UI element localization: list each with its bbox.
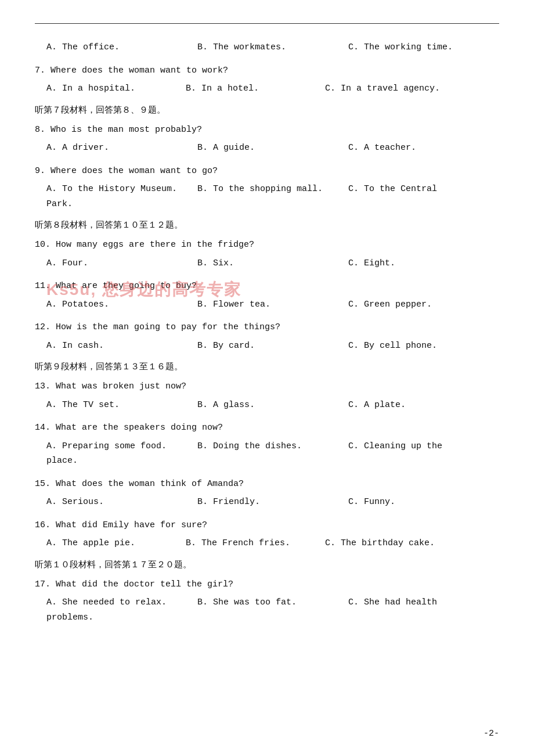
question-13-title: 13. What was broken just now? bbox=[35, 379, 499, 394]
question-16-option-A: A. The apple pie. bbox=[46, 536, 186, 551]
section-header-10: 听第１０段材料，回答第１７至２０题。 bbox=[35, 559, 499, 570]
question-17-option-B: B. She was too fat. bbox=[197, 595, 348, 610]
question-15-option-A: A. Serious. bbox=[46, 495, 197, 510]
question-10-option-B: B. Six. bbox=[197, 256, 348, 271]
question-9-option-A: A. To the History Museum. bbox=[46, 182, 197, 197]
question-12-option-A: A. In cash. bbox=[46, 339, 197, 354]
question-7: 7. Where does the woman want to work? A.… bbox=[35, 63, 499, 96]
question-8-option-A: A. A driver. bbox=[46, 141, 197, 156]
question-17-continuation: problems. bbox=[46, 610, 499, 625]
question-13-option-C: C. A plate. bbox=[348, 398, 499, 413]
question-15-option-C: C. Funny. bbox=[348, 495, 499, 510]
option-C-prev: C. The working time. bbox=[348, 40, 499, 55]
question-11-option-A: A. Potatoes. bbox=[46, 297, 197, 312]
question-10: 10. How many eggs are there in the fridg… bbox=[35, 237, 499, 271]
question-9-option-C: C. To the Central bbox=[348, 182, 499, 197]
question-13-option-B: B. A glass. bbox=[197, 398, 348, 413]
question-7-title: 7. Where does the woman want to work? bbox=[35, 63, 499, 78]
question-11-option-C: C. Green pepper. bbox=[348, 297, 499, 312]
question-9: 9. Where does the woman want to go? A. T… bbox=[35, 164, 499, 212]
question-10-option-C: C. Eight. bbox=[348, 256, 499, 271]
question-17-option-C: C. She had health bbox=[348, 595, 499, 610]
question-16-option-C: C. The birthday cake. bbox=[325, 536, 499, 551]
question-8-option-B: B. A guide. bbox=[197, 141, 348, 156]
question-14-title: 14. What are the speakers doing now? bbox=[35, 420, 499, 435]
question-17-title: 17. What did the doctor tell the girl? bbox=[35, 577, 499, 592]
page-number: -2- bbox=[484, 729, 499, 739]
question-9-title: 9. Where does the woman want to go? bbox=[35, 164, 499, 179]
question-14: 14. What are the speakers doing now? A. … bbox=[35, 420, 499, 469]
prev-question-options: A. The office. B. The workmates. C. The … bbox=[35, 40, 499, 55]
top-divider bbox=[35, 23, 499, 24]
question-14-option-C: C. Cleaning up the bbox=[348, 439, 499, 454]
question-16-option-B: B. The French fries. bbox=[186, 536, 325, 551]
question-11: 11. What are they going to buy? A. Potat… bbox=[35, 279, 499, 312]
question-7-option-A: A. In a hospital. bbox=[46, 81, 186, 96]
question-7-option-C: C. In a travel agency. bbox=[325, 81, 499, 96]
question-15-option-B: B. Friendly. bbox=[197, 495, 348, 510]
section-header-9: 听第９段材料，回答第１３至１６题。 bbox=[35, 361, 499, 372]
question-9-continuation: Park. bbox=[46, 197, 499, 212]
question-7-option-B: B. In a hotel. bbox=[186, 81, 325, 96]
question-11-option-B: B. Flower tea. bbox=[197, 297, 348, 312]
question-16-title: 16. What did Emily have for sure? bbox=[35, 518, 499, 533]
question-8-option-C: C. A teacher. bbox=[348, 141, 499, 156]
question-8: 8. Who is the man most probably? A. A dr… bbox=[35, 123, 499, 156]
question-9-option-B: B. To the shopping mall. bbox=[197, 182, 348, 197]
section-header-8: 听第８段材料，回答第１０至１２题。 bbox=[35, 219, 499, 231]
option-A-prev: A. The office. bbox=[46, 40, 197, 55]
question-17-option-A: A. She needed to relax. bbox=[46, 595, 197, 610]
question-14-option-B: B. Doing the dishes. bbox=[197, 439, 348, 454]
question-8-title: 8. Who is the man most probably? bbox=[35, 123, 499, 138]
question-15-title: 15. What does the woman think of Amanda? bbox=[35, 477, 499, 492]
question-16: 16. What did Emily have for sure? A. The… bbox=[35, 518, 499, 551]
question-11-title: 11. What are they going to buy? bbox=[35, 279, 499, 294]
section-header-7: 听第７段材料，回答第８、９题。 bbox=[35, 105, 499, 116]
question-17: 17. What did the doctor tell the girl? A… bbox=[35, 577, 499, 625]
question-12-option-B: B. By card. bbox=[197, 339, 348, 354]
question-10-option-A: A. Four. bbox=[46, 256, 197, 271]
question-12-title: 12. How is the man going to pay for the … bbox=[35, 320, 499, 335]
question-14-option-A: A. Preparing some food. bbox=[46, 439, 197, 454]
question-14-continuation: place. bbox=[46, 453, 499, 469]
question-12: 12. How is the man going to pay for the … bbox=[35, 320, 499, 353]
question-13: 13. What was broken just now? A. The TV … bbox=[35, 379, 499, 412]
question-10-title: 10. How many eggs are there in the fridg… bbox=[35, 237, 499, 253]
question-15: 15. What does the woman think of Amanda?… bbox=[35, 477, 499, 510]
question-13-option-A: A. The TV set. bbox=[46, 398, 197, 413]
option-B-prev: B. The workmates. bbox=[197, 40, 348, 55]
question-12-option-C: C. By cell phone. bbox=[348, 339, 499, 354]
